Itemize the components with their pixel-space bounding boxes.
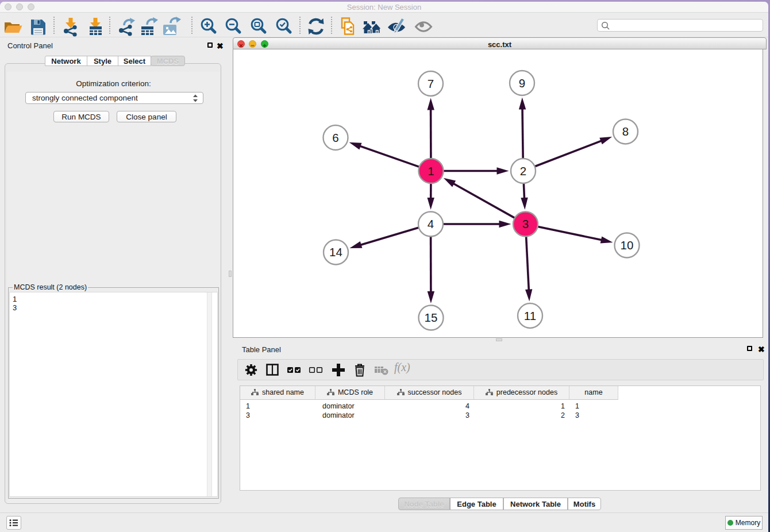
svg-text:9: 9 <box>519 76 525 90</box>
svg-text:15: 15 <box>425 311 438 324</box>
svg-text:10: 10 <box>621 238 634 252</box>
svg-text:2: 2 <box>520 164 526 178</box>
svg-text:6: 6 <box>332 131 338 144</box>
svg-text:3: 3 <box>522 217 529 230</box>
svg-text:14: 14 <box>329 245 342 259</box>
svg-text:8: 8 <box>622 125 629 138</box>
svg-text:11: 11 <box>524 309 536 322</box>
svg-text:1: 1 <box>428 164 434 178</box>
svg-text:7: 7 <box>428 77 434 90</box>
svg-text:4: 4 <box>428 217 434 230</box>
